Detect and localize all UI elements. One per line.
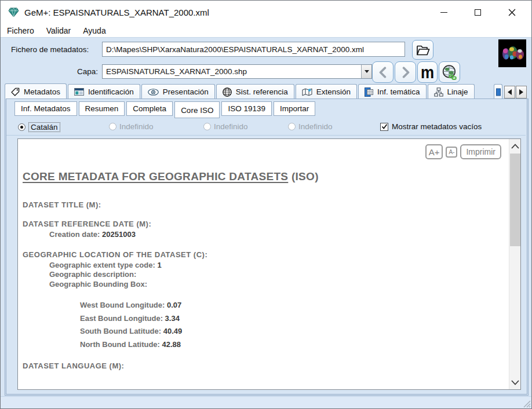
subtab-resumen[interactable]: Resumen bbox=[79, 101, 125, 116]
field-value: 20251003 bbox=[100, 230, 135, 239]
minimize-button[interactable] bbox=[427, 1, 461, 24]
menu-ayuda[interactable]: Ayuda bbox=[83, 26, 105, 35]
tab-presentacion[interactable]: Presentación bbox=[141, 84, 215, 99]
field-label: West Bound Longitude: bbox=[80, 301, 165, 309]
viewer-sections: DATASET TITLE (M):DATASET REFERENCE DATE… bbox=[23, 200, 505, 370]
geoservice-button[interactable] bbox=[439, 61, 460, 83]
metadata-row: North Bound Latitude: 42.88 bbox=[23, 338, 505, 352]
metadata-row: South Bound Latitude: 40.49 bbox=[23, 325, 505, 338]
tab-extension[interactable]: Extensión bbox=[296, 84, 357, 99]
font-increase-button[interactable]: A+ bbox=[425, 144, 443, 159]
form-icon bbox=[74, 88, 84, 96]
radio-icon bbox=[109, 123, 116, 130]
radio-indefinido-3: Indefinido bbox=[288, 122, 333, 131]
field-label: Geographic description: bbox=[49, 270, 136, 279]
resize-grip-icon[interactable] bbox=[522, 399, 531, 408]
globe-link-icon bbox=[442, 64, 458, 81]
scroll-down-button[interactable] bbox=[509, 375, 521, 389]
close-icon bbox=[508, 9, 516, 16]
radio-catalan[interactable]: Catalán bbox=[18, 122, 60, 132]
tab-identificacion[interactable]: Identificación bbox=[68, 84, 140, 99]
tabs-scroll-left-button[interactable] bbox=[504, 86, 515, 98]
gem-icon bbox=[8, 8, 19, 17]
chevron-right-icon bbox=[400, 67, 411, 78]
layer-combobox[interactable]: ESPAISNATURALS_XARNAT_2000.shp bbox=[102, 64, 372, 79]
close-button[interactable] bbox=[495, 1, 529, 24]
metadata-viewer: A+ A- Imprimir CORE METADATA FOR GEOGRAP… bbox=[17, 138, 521, 390]
menu-fichero[interactable]: Fichero bbox=[7, 26, 34, 35]
layer-label: Capa: bbox=[77, 67, 98, 76]
tab-metadatos[interactable]: Metadatos bbox=[5, 83, 67, 99]
metadata-file-input[interactable] bbox=[102, 42, 405, 57]
subtab-completa[interactable]: Completa bbox=[126, 101, 173, 116]
field-value: 42.88 bbox=[160, 340, 181, 349]
m-icon: m bbox=[421, 64, 434, 81]
radio-label: Indefinido bbox=[214, 122, 248, 131]
viewer-body: CORE METADATA FOR GEOGRAPHIC DATASETS (I… bbox=[23, 139, 505, 389]
previous-layer-button[interactable] bbox=[372, 61, 393, 83]
radio-icon bbox=[288, 123, 296, 130]
browse-file-button[interactable] bbox=[412, 40, 433, 60]
radio-label: Indefinido bbox=[298, 122, 333, 131]
scrollbar-thumb[interactable] bbox=[510, 154, 520, 246]
status-bar bbox=[1, 396, 531, 408]
subtab-inf-metadatos[interactable]: Inf. Metadatos bbox=[14, 101, 77, 116]
metadata-section: GEOGRAPHIC LOCATION OF THE DATASET (C):G… bbox=[23, 250, 505, 352]
metadata-button[interactable]: m bbox=[417, 61, 438, 83]
section-title: DATASET LANGUAGE (M): bbox=[23, 361, 505, 370]
app-logo-mosaic bbox=[498, 39, 526, 67]
row-spacer bbox=[23, 289, 505, 299]
tag-icon bbox=[11, 87, 20, 96]
app-window: GeM+: ESPAISNATURALS_XARNAT_2000.xml Fic… bbox=[0, 0, 532, 409]
metadata-row: Creation date: 20251003 bbox=[23, 230, 505, 240]
tab-label: Metadatos bbox=[24, 87, 60, 96]
tab-sist-referencia[interactable]: Sist. referencia bbox=[216, 84, 294, 99]
field-label: Creation date: bbox=[49, 230, 100, 239]
arrow-right-icon bbox=[519, 89, 523, 95]
toolbar: Fichero de metadatos: Capa: ESPAISNATURA bbox=[1, 37, 531, 83]
subtab-importar[interactable]: Importar bbox=[274, 101, 315, 116]
tab-inf-tematica[interactable]: Inf. temática bbox=[358, 84, 427, 99]
radio-indefinido-1: Indefinido bbox=[109, 122, 154, 131]
font-decrease-button[interactable]: A- bbox=[446, 147, 457, 158]
field-value: 0.07 bbox=[165, 301, 181, 309]
subtab-iso-19139[interactable]: ISO 19139 bbox=[221, 101, 272, 116]
metadata-row: Geographic extent type code: 1 bbox=[23, 261, 505, 271]
radio-label: Indefinido bbox=[119, 122, 154, 131]
metadata-row: Geographic Bounding Box: bbox=[23, 280, 505, 290]
clipped-tab-icon bbox=[496, 88, 501, 96]
next-layer-button[interactable] bbox=[395, 61, 416, 83]
chevron-up-icon bbox=[511, 144, 519, 149]
metadata-section: DATASET REFERENCE DATE (M):Creation date… bbox=[23, 220, 505, 240]
tab-linaje[interactable]: Linaje bbox=[428, 84, 475, 99]
table-icon bbox=[365, 87, 373, 97]
chevron-left-icon bbox=[378, 67, 388, 78]
vertical-scrollbar[interactable] bbox=[509, 139, 520, 389]
section-title: GEOGRAPHIC LOCATION OF THE DATASET (C): bbox=[23, 250, 505, 259]
tabs-scroll-right-button[interactable] bbox=[516, 86, 527, 98]
viewer-toolbar: A+ A- Imprimir bbox=[425, 144, 501, 159]
combo-dropdown-button[interactable] bbox=[361, 65, 371, 78]
tab-clipped[interactable] bbox=[494, 84, 502, 99]
menu-validar[interactable]: Validar bbox=[46, 26, 71, 35]
maximize-button[interactable] bbox=[461, 1, 495, 24]
tab-label: Sist. referencia bbox=[236, 87, 288, 96]
checkbox-checked-icon bbox=[380, 123, 388, 131]
tab-scroll-buttons bbox=[504, 86, 527, 98]
radio-label: Catalán bbox=[28, 122, 60, 132]
show-empty-metadata-checkbox[interactable]: Mostrar metadatos vacíos bbox=[380, 122, 482, 131]
menu-bar: FicheroValidarAyuda bbox=[1, 24, 531, 37]
main-tabs: MetadatosIdentificaciónPresentaciónSist.… bbox=[5, 83, 502, 99]
map-icon bbox=[302, 88, 312, 96]
print-button[interactable]: Imprimir bbox=[460, 144, 501, 159]
field-value: 1 bbox=[155, 261, 162, 269]
document-heading: CORE METADATA FOR GEOGRAPHIC DATASETS (I… bbox=[23, 170, 505, 183]
tab-label: Presentación bbox=[163, 87, 209, 96]
open-folder-icon bbox=[416, 45, 430, 56]
tab-label: Inf. temática bbox=[377, 87, 420, 96]
metadata-section: DATASET LANGUAGE (M): bbox=[23, 361, 505, 370]
field-value: 3.34 bbox=[163, 314, 180, 323]
subtab-core-iso[interactable]: Core ISO bbox=[174, 101, 220, 118]
section-title: DATASET TITLE (M): bbox=[23, 200, 505, 209]
scroll-up-button[interactable] bbox=[509, 139, 521, 153]
